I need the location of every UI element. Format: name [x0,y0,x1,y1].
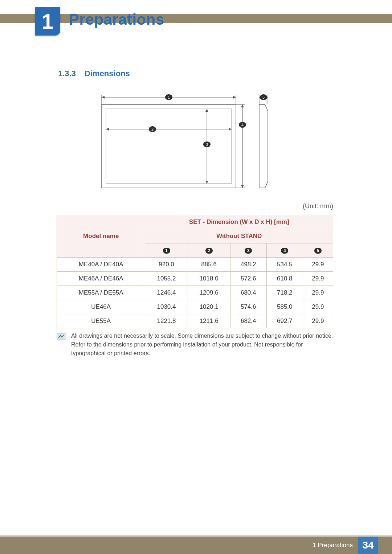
cell-value: 1209.6 [188,286,230,300]
footer-breadcrumb: 1 Preparations [313,537,358,554]
cell-model: ME55A / DE55A [57,286,145,300]
note-text: All drawings are not necessarily to scal… [71,332,333,358]
unit-note: (Unit: mm) [303,202,333,210]
note-block: All drawings are not necessarily to scal… [57,332,333,358]
dimensions-diagram-svg: 1 2 3 4 5 [94,90,287,195]
col-2: 2 [188,243,230,258]
dim-callout-4: 4 [241,123,244,127]
cell-value: 574.6 [230,300,266,314]
section-heading: 1.3.3 Dimensions [58,69,130,78]
col-set-header: SET - Dimension (W x D x H) [mm] [145,215,333,229]
col-1: 1 [145,243,188,258]
cell-value: 1055.2 [145,272,188,286]
dimensions-diagram: 1 2 3 4 5 [94,90,287,195]
cell-value: 534.5 [266,258,303,272]
svg-marker-3 [102,96,105,99]
note-icon [57,333,66,340]
table-row: ME46A / DE46A 1055.2 1018.0 572.6 610.8 … [57,272,333,286]
dim-callout-5: 5 [262,95,265,99]
dim-callout-2: 2 [151,127,154,131]
svg-marker-18 [241,185,244,188]
cell-value: 29.9 [303,286,333,300]
cell-value: 585.0 [266,300,303,314]
svg-marker-17 [241,104,244,107]
cell-value: 29.9 [303,258,333,272]
svg-rect-1 [106,109,232,184]
cell-value: 692.7 [266,314,303,328]
dim-callout-3: 3 [206,142,208,147]
page-number: 34 [358,537,378,554]
cell-value: 1211.6 [188,314,230,328]
chapter-title: Preparations [69,11,164,28]
footer: 1 Preparations 34 [313,537,378,554]
chapter-number-badge: 1 [35,7,60,36]
svg-marker-9 [106,128,109,131]
cell-value: 680.4 [230,286,266,300]
cell-model: UE55A [57,314,145,328]
cell-model: ME46A / DE46A [57,272,145,286]
cell-value: 610.8 [266,272,303,286]
table-row: UE46A 1030.4 1020.1 574.6 585.0 29.9 [57,300,333,314]
svg-marker-14 [205,181,208,184]
section-number: 1.3.3 [58,69,76,78]
cell-value: 29.9 [303,300,333,314]
cell-value: 498.2 [230,258,266,272]
svg-marker-10 [229,128,232,131]
cell-value: 920.0 [145,258,188,272]
cell-model: ME40A / DE40A [57,258,145,272]
cell-value: 1221.8 [145,314,188,328]
cell-value: 29.9 [303,272,333,286]
cell-value: 718.2 [266,286,303,300]
table-row: UE55A 1221.8 1211.6 682.4 692.7 29.9 [57,314,333,328]
table-row: ME55A / DE55A 1246.4 1209.6 680.4 718.2 … [57,286,333,300]
cell-value: 1246.4 [145,286,188,300]
col-without-stand: Without STAND [145,229,333,243]
cell-value: 572.6 [230,272,266,286]
svg-marker-13 [205,109,208,112]
cell-value: 29.9 [303,314,333,328]
dim-callout-1: 1 [168,95,170,99]
cell-value: 885.6 [188,258,230,272]
svg-marker-4 [233,96,236,99]
cell-model: UE46A [57,300,145,314]
col-3: 3 [230,243,266,258]
cell-value: 1018.0 [188,272,230,286]
table-row: ME40A / DE40A 920.0 885.6 498.2 534.5 29… [57,258,333,272]
cell-value: 1030.4 [145,300,188,314]
section-title: Dimensions [85,69,130,78]
cell-value: 1020.1 [188,300,230,314]
col-4: 4 [266,243,303,258]
col-5: 5 [303,243,333,258]
cell-value: 682.4 [230,314,266,328]
svg-rect-0 [102,104,236,188]
dimensions-table: Model name SET - Dimension (W x D x H) [… [57,215,333,328]
col-model-header: Model name [57,215,145,258]
